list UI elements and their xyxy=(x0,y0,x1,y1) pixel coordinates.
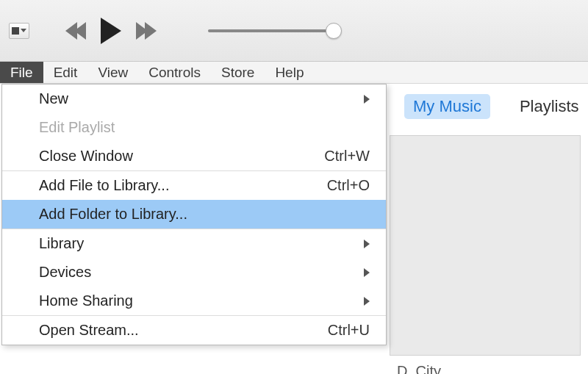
tab-playlists[interactable]: Playlists xyxy=(511,94,588,119)
tab-my-music[interactable]: My Music xyxy=(404,94,490,119)
menu-file[interactable]: File xyxy=(0,62,43,83)
menu-item-add-file[interactable]: Add File to Library... Ctrl+O xyxy=(2,171,386,200)
chevron-down-icon xyxy=(21,29,26,32)
album-art-placeholder[interactable] xyxy=(390,135,581,356)
menu-item-label: New xyxy=(39,90,68,107)
next-button[interactable] xyxy=(139,22,157,40)
file-menu-dropdown: New Edit Playlist Close Window Ctrl+W Ad… xyxy=(1,84,387,345)
menu-controls[interactable]: Controls xyxy=(138,62,211,83)
menu-item-edit-playlist: Edit Playlist xyxy=(2,113,386,142)
menu-item-home-sharing[interactable]: Home Sharing xyxy=(2,287,386,315)
menu-view[interactable]: View xyxy=(87,62,138,83)
menu-item-label: Open Stream... xyxy=(39,322,139,339)
menu-item-label: Devices xyxy=(39,264,91,281)
forward-icon xyxy=(145,22,157,40)
rewind-icon xyxy=(74,22,86,40)
slider-knob[interactable] xyxy=(326,23,342,39)
menu-item-label: Edit Playlist xyxy=(39,119,115,136)
progress-slider[interactable] xyxy=(208,23,342,39)
menu-item-open-stream[interactable]: Open Stream... Ctrl+U xyxy=(2,316,386,345)
sidebar-toggle-button[interactable] xyxy=(9,23,29,39)
menu-item-shortcut: Ctrl+W xyxy=(324,148,370,165)
player-toolbar xyxy=(0,0,588,62)
play-button[interactable] xyxy=(101,18,121,44)
menu-edit[interactable]: Edit xyxy=(43,62,88,83)
menu-bar: File Edit View Controls Store Help xyxy=(0,62,588,84)
menu-item-shortcut: Ctrl+U xyxy=(328,322,370,339)
album-caption: D. City xyxy=(397,363,441,374)
menu-item-add-folder[interactable]: Add Folder to Library... xyxy=(2,200,386,229)
square-icon xyxy=(12,27,19,35)
menu-item-label: Home Sharing xyxy=(39,292,133,309)
slider-track xyxy=(208,29,333,32)
menu-item-label: Close Window xyxy=(39,148,133,165)
menu-item-label: Add Folder to Library... xyxy=(39,206,187,223)
menu-item-close-window[interactable]: Close Window Ctrl+W xyxy=(2,142,386,170)
menu-help[interactable]: Help xyxy=(265,62,314,83)
menu-store[interactable]: Store xyxy=(211,62,265,83)
menu-item-shortcut: Ctrl+O xyxy=(327,177,370,194)
menu-item-devices[interactable]: Devices xyxy=(2,258,386,287)
menu-item-library[interactable]: Library xyxy=(2,229,386,258)
previous-button[interactable] xyxy=(65,22,83,40)
menu-item-label: Add File to Library... xyxy=(39,177,169,194)
menu-item-label: Library xyxy=(39,235,84,252)
menu-item-new[interactable]: New xyxy=(2,84,386,113)
transport-controls xyxy=(65,18,157,44)
